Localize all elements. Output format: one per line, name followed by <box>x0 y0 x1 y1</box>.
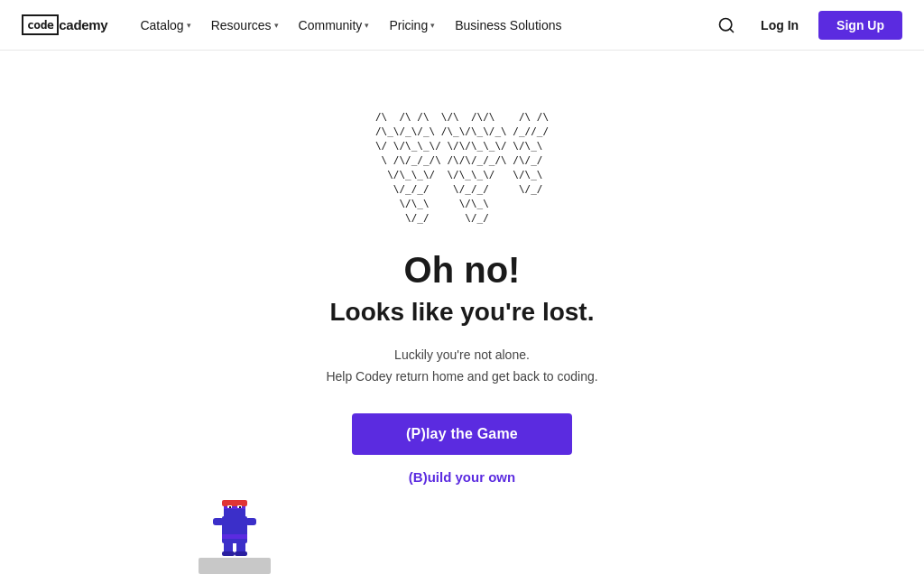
signup-button[interactable]: Sign Up <box>818 11 902 40</box>
navbar: code cademy Catalog ▾ Resources ▾ Commun… <box>0 0 924 51</box>
ninja-svg <box>209 493 260 558</box>
chevron-down-icon: ▾ <box>430 21 435 30</box>
chevron-down-icon: ▾ <box>274 21 279 30</box>
sub-description: Luckily you're not alone. Help Codey ret… <box>326 345 597 388</box>
logo[interactable]: code cademy <box>22 14 107 35</box>
svg-rect-10 <box>222 534 247 539</box>
svg-rect-9 <box>239 506 241 508</box>
nav-links: Catalog ▾ Resources ▾ Community ▾ Pricin… <box>133 13 712 38</box>
svg-line-1 <box>730 28 734 32</box>
logo-cademy: cademy <box>59 17 107 32</box>
search-icon <box>717 16 735 34</box>
svg-rect-8 <box>229 506 231 508</box>
chevron-down-icon: ▾ <box>187 21 191 30</box>
svg-rect-16 <box>245 518 256 525</box>
main-content: /\ /\ /\ \/\ /\/\ /\ /\ /\_\/_\/_\ /\_\/… <box>0 51 924 574</box>
logo-code: code <box>22 14 59 35</box>
ninja-platform <box>199 558 271 574</box>
lost-heading: Looks like you're lost. <box>330 298 595 327</box>
svg-rect-4 <box>222 500 247 506</box>
svg-rect-13 <box>222 551 235 556</box>
play-game-button[interactable]: (P)lay the Game <box>352 413 572 455</box>
nav-resources[interactable]: Resources ▾ <box>204 13 286 38</box>
svg-rect-15 <box>213 518 224 525</box>
nav-business[interactable]: Business Solutions <box>448 13 568 38</box>
ascii-art-404: /\ /\ /\ \/\ /\/\ /\ /\ /\_\/_\/_\ /\_\/… <box>375 96 549 225</box>
search-button[interactable] <box>712 11 741 40</box>
nav-community[interactable]: Community ▾ <box>291 13 377 38</box>
login-button[interactable]: Log In <box>752 13 808 38</box>
svg-rect-14 <box>235 551 247 556</box>
ninja-character <box>199 493 271 574</box>
nav-pricing[interactable]: Pricing ▾ <box>382 13 442 38</box>
build-own-link[interactable]: (B)uild your own <box>409 469 515 485</box>
nav-catalog[interactable]: Catalog ▾ <box>133 13 198 38</box>
chevron-down-icon: ▾ <box>365 21 369 30</box>
error-heading: Oh no! <box>404 250 521 291</box>
svg-rect-5 <box>224 509 245 518</box>
svg-rect-2 <box>222 516 247 543</box>
nav-right: Log In Sign Up <box>712 11 902 40</box>
